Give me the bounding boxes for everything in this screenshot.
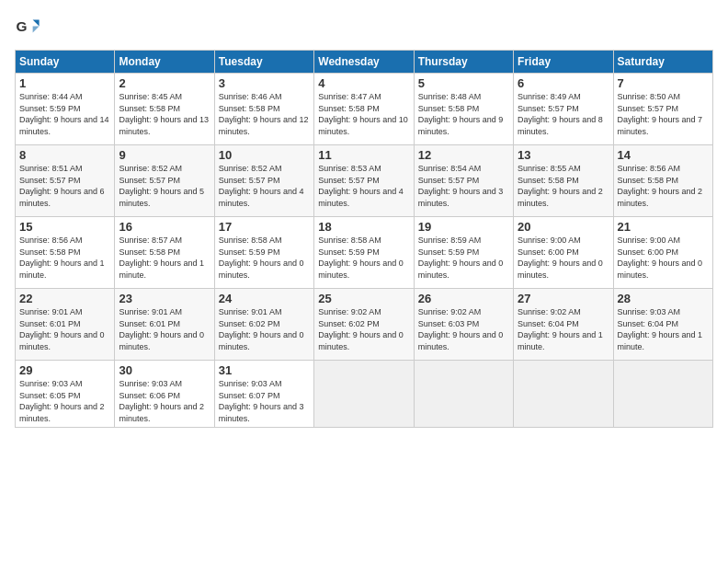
calendar-cell: 17 Sunrise: 8:58 AMSunset: 5:59 PMDaylig… <box>214 217 313 289</box>
day-number: 25 <box>318 292 409 305</box>
calendar-cell: 25 Sunrise: 9:02 AMSunset: 6:02 PMDaylig… <box>314 289 414 361</box>
day-number: 2 <box>119 76 210 90</box>
day-number: 5 <box>418 76 509 90</box>
cell-info: Sunrise: 9:03 AMSunset: 6:05 PMDaylight:… <box>19 379 105 423</box>
cell-info: Sunrise: 9:02 AMSunset: 6:04 PMDaylight:… <box>518 307 603 351</box>
calendar-cell: 3 Sunrise: 8:46 AMSunset: 5:58 PMDayligh… <box>214 74 313 145</box>
day-number: 8 <box>19 148 110 162</box>
cell-info: Sunrise: 9:03 AMSunset: 6:06 PMDaylight:… <box>119 379 204 423</box>
cell-info: Sunrise: 8:57 AMSunset: 5:58 PMDaylight:… <box>119 236 204 280</box>
day-number: 3 <box>219 76 310 90</box>
calendar-cell <box>414 361 513 428</box>
day-number: 14 <box>618 148 709 162</box>
calendar-cell: 8 Sunrise: 8:51 AMSunset: 5:57 PMDayligh… <box>16 145 115 217</box>
svg-marker-1 <box>33 20 40 27</box>
calendar-cell: 18 Sunrise: 8:58 AMSunset: 5:59 PMDaylig… <box>314 217 414 289</box>
day-number: 10 <box>219 148 310 162</box>
cell-info: Sunrise: 8:50 AMSunset: 5:57 PMDaylight:… <box>618 92 703 136</box>
cell-info: Sunrise: 9:00 AMSunset: 6:00 PMDaylight:… <box>618 236 703 280</box>
cell-info: Sunrise: 8:49 AMSunset: 5:57 PMDaylight:… <box>518 92 603 136</box>
cell-info: Sunrise: 8:51 AMSunset: 5:57 PMDaylight:… <box>19 164 105 208</box>
cell-info: Sunrise: 9:00 AMSunset: 6:00 PMDaylight:… <box>518 236 603 280</box>
cell-info: Sunrise: 8:56 AMSunset: 5:58 PMDaylight:… <box>618 164 703 208</box>
cell-info: Sunrise: 8:48 AMSunset: 5:58 PMDaylight:… <box>418 92 504 136</box>
cell-info: Sunrise: 9:03 AMSunset: 6:07 PMDaylight:… <box>219 379 304 423</box>
weekday-header: Thursday <box>414 51 513 74</box>
calendar-cell: 30 Sunrise: 9:03 AMSunset: 6:06 PMDaylig… <box>115 361 214 428</box>
calendar-cell: 10 Sunrise: 8:52 AMSunset: 5:57 PMDaylig… <box>214 145 313 217</box>
calendar-body: 1 Sunrise: 8:44 AMSunset: 5:59 PMDayligh… <box>16 74 713 428</box>
calendar-cell: 22 Sunrise: 9:01 AMSunset: 6:01 PMDaylig… <box>16 289 115 361</box>
calendar-cell: 12 Sunrise: 8:54 AMSunset: 5:57 PMDaylig… <box>414 145 513 217</box>
cell-info: Sunrise: 8:44 AMSunset: 5:59 PMDaylight:… <box>19 92 109 136</box>
cell-info: Sunrise: 8:59 AMSunset: 5:59 PMDaylight:… <box>418 236 504 280</box>
cell-info: Sunrise: 8:54 AMSunset: 5:57 PMDaylight:… <box>418 164 504 208</box>
calendar-cell: 13 Sunrise: 8:55 AMSunset: 5:58 PMDaylig… <box>514 145 613 217</box>
day-number: 20 <box>518 220 609 234</box>
calendar-cell: 11 Sunrise: 8:53 AMSunset: 5:57 PMDaylig… <box>314 145 414 217</box>
cell-info: Sunrise: 8:58 AMSunset: 5:59 PMDaylight:… <box>318 236 404 280</box>
day-number: 30 <box>119 363 210 377</box>
cell-info: Sunrise: 8:53 AMSunset: 5:57 PMDaylight:… <box>318 164 404 208</box>
calendar-cell: 21 Sunrise: 9:00 AMSunset: 6:00 PMDaylig… <box>613 217 712 289</box>
cell-info: Sunrise: 9:01 AMSunset: 6:01 PMDaylight:… <box>19 307 105 351</box>
calendar-cell: 29 Sunrise: 9:03 AMSunset: 6:05 PMDaylig… <box>16 361 115 428</box>
page-container: G SundayMondayTuesdayWednesdayThursdayFr… <box>0 0 728 563</box>
day-number: 4 <box>318 76 409 90</box>
day-number: 13 <box>518 148 609 162</box>
calendar-cell: 27 Sunrise: 9:02 AMSunset: 6:04 PMDaylig… <box>514 289 613 361</box>
calendar-cell: 28 Sunrise: 9:03 AMSunset: 6:04 PMDaylig… <box>613 289 712 361</box>
cell-info: Sunrise: 9:01 AMSunset: 6:02 PMDaylight:… <box>219 307 304 351</box>
calendar-cell: 15 Sunrise: 8:56 AMSunset: 5:58 PMDaylig… <box>16 217 115 289</box>
day-number: 11 <box>318 148 409 162</box>
page-header: G <box>15 15 713 40</box>
cell-info: Sunrise: 9:02 AMSunset: 6:02 PMDaylight:… <box>318 307 404 351</box>
day-number: 23 <box>119 292 210 305</box>
calendar-cell: 20 Sunrise: 9:00 AMSunset: 6:00 PMDaylig… <box>514 217 613 289</box>
calendar-cell <box>314 361 414 428</box>
weekday-header: Monday <box>115 51 214 74</box>
calendar-cell: 6 Sunrise: 8:49 AMSunset: 5:57 PMDayligh… <box>514 74 613 145</box>
calendar-cell: 14 Sunrise: 8:56 AMSunset: 5:58 PMDaylig… <box>613 145 712 217</box>
weekday-header: Friday <box>514 51 613 74</box>
cell-info: Sunrise: 8:45 AMSunset: 5:58 PMDaylight:… <box>119 92 209 136</box>
day-number: 21 <box>618 220 709 234</box>
weekday-header: Sunday <box>16 51 115 74</box>
cell-info: Sunrise: 8:55 AMSunset: 5:58 PMDaylight:… <box>518 164 603 208</box>
day-number: 24 <box>219 292 310 305</box>
weekday-header: Saturday <box>613 51 712 74</box>
weekday-header: Tuesday <box>214 51 313 74</box>
cell-info: Sunrise: 8:58 AMSunset: 5:59 PMDaylight:… <box>219 236 304 280</box>
calendar-cell: 7 Sunrise: 8:50 AMSunset: 5:57 PMDayligh… <box>613 74 712 145</box>
calendar-cell: 24 Sunrise: 9:01 AMSunset: 6:02 PMDaylig… <box>214 289 313 361</box>
calendar-cell: 23 Sunrise: 9:01 AMSunset: 6:01 PMDaylig… <box>115 289 214 361</box>
day-number: 29 <box>19 363 110 377</box>
cell-info: Sunrise: 8:56 AMSunset: 5:58 PMDaylight:… <box>19 236 105 280</box>
svg-text:G: G <box>16 18 27 34</box>
day-number: 22 <box>19 292 110 305</box>
day-number: 16 <box>119 220 210 234</box>
weekday-header: Wednesday <box>314 51 414 74</box>
cell-info: Sunrise: 9:02 AMSunset: 6:03 PMDaylight:… <box>418 307 504 351</box>
calendar-cell: 26 Sunrise: 9:02 AMSunset: 6:03 PMDaylig… <box>414 289 513 361</box>
calendar-cell: 1 Sunrise: 8:44 AMSunset: 5:59 PMDayligh… <box>16 74 115 145</box>
day-number: 7 <box>618 76 709 90</box>
day-number: 31 <box>219 363 310 377</box>
calendar-cell: 5 Sunrise: 8:48 AMSunset: 5:58 PMDayligh… <box>414 74 513 145</box>
day-number: 9 <box>119 148 210 162</box>
calendar-cell: 16 Sunrise: 8:57 AMSunset: 5:58 PMDaylig… <box>115 217 214 289</box>
day-number: 6 <box>518 76 609 90</box>
cell-info: Sunrise: 8:52 AMSunset: 5:57 PMDaylight:… <box>219 164 304 208</box>
cell-info: Sunrise: 9:03 AMSunset: 6:04 PMDaylight:… <box>618 307 703 351</box>
calendar-cell: 9 Sunrise: 8:52 AMSunset: 5:57 PMDayligh… <box>115 145 214 217</box>
day-number: 28 <box>618 292 709 305</box>
calendar-cell <box>514 361 613 428</box>
day-number: 18 <box>318 220 409 234</box>
cell-info: Sunrise: 8:52 AMSunset: 5:57 PMDaylight:… <box>119 164 204 208</box>
day-number: 15 <box>19 220 110 234</box>
calendar-header: SundayMondayTuesdayWednesdayThursdayFrid… <box>16 51 713 74</box>
calendar-cell <box>613 361 712 428</box>
cell-info: Sunrise: 9:01 AMSunset: 6:01 PMDaylight:… <box>119 307 204 351</box>
logo-icon: G <box>15 15 40 40</box>
day-number: 27 <box>518 292 609 305</box>
